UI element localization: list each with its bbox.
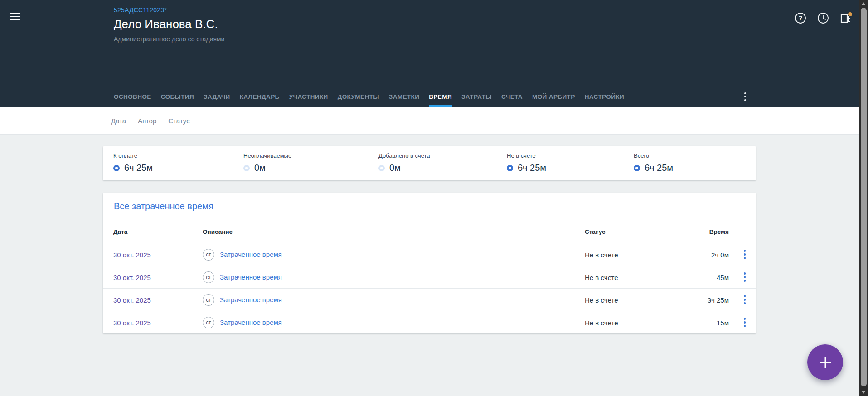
table-row: 30 окт. 2025 ст Затраченное время Не в с… [103,288,756,311]
time-entry-link[interactable]: Затраченное время [220,319,282,326]
row-kebab-menu-icon[interactable] [739,248,750,261]
tab-kalendar[interactable]: КАЛЕНДАРЬ [240,86,280,107]
summary-label: К оплате [113,152,153,159]
col-header-status: Статус [585,228,606,235]
summary-value: 0м [389,163,401,173]
summary-value: 6ч 25м [645,163,673,173]
row-date-link[interactable]: 30 окт. 2025 [113,273,151,281]
tab-zametki[interactable]: ЗАМЕТКИ [389,86,419,107]
tab-sobytiya[interactable]: СОБЫТИЯ [161,86,194,107]
radio-ring-icon[interactable] [243,165,250,171]
page-subtitle: Административное дело со стадиями [114,35,224,43]
scrollbar-down-arrow-icon[interactable] [861,391,866,394]
summary-unbillable: Неоплачиваемые 0м [243,152,291,173]
tab-scheta[interactable]: СЧЕТА [501,86,523,107]
tab-uchastniki[interactable]: УЧАСТНИКИ [289,86,328,107]
row-date-link[interactable]: 30 окт. 2025 [113,319,151,326]
time-entry-type-badge: ст [203,271,214,283]
page-title: Дело Иванова В.С. [114,17,224,31]
scrollbar-thumb[interactable] [861,8,867,386]
main-content: К оплате 6ч 25м Неоплачиваемые 0м Добавл… [0,135,868,396]
row-status: Не в счете [585,319,618,326]
case-tabs: ОСНОВНОЕ СОБЫТИЯ ЗАДАЧИ КАЛЕНДАРЬ УЧАСТН… [114,86,624,107]
radio-ring-icon[interactable] [113,165,120,171]
plus-icon [818,355,833,370]
time-entry-type-badge: ст [203,249,214,261]
table-header-row: Дата Описание Статус Время [103,220,756,243]
notification-dot [848,12,852,16]
filter-date[interactable]: Дата [111,117,126,125]
row-date-link[interactable]: 30 окт. 2025 [113,296,151,304]
row-time: 2ч 0м [711,251,729,258]
summary-to-pay: К оплате 6ч 25м [113,152,153,173]
col-header-date: Дата [113,228,127,235]
row-status: Не в счете [585,273,618,281]
tab-zadachi[interactable]: ЗАДАЧИ [204,86,230,107]
table-row: 30 окт. 2025 ст Затраченное время Не в с… [103,311,756,333]
scrollbar-up-arrow-icon[interactable] [861,2,866,5]
col-header-time: Время [709,228,729,235]
time-summary-card: К оплате 6ч 25м Неоплачиваемые 0м Добавл… [103,146,756,180]
summary-added-to-invoices: Добавлено в счета 0м [378,152,430,173]
time-log-card: Все затраченное время Дата Описание Стат… [103,193,756,333]
row-kebab-menu-icon[interactable] [739,271,750,284]
summary-label: Добавлено в счета [378,152,430,159]
menu-icon[interactable] [10,13,20,22]
case-number-link[interactable]: 525АДСС112023* [114,6,167,14]
case-title-block: 525АДСС112023* Дело Иванова В.С. Админис… [114,6,224,43]
summary-total: Всего 6ч 25м [634,152,673,173]
row-status: Не в счете [585,251,618,258]
row-kebab-menu-icon[interactable] [739,316,750,329]
filter-author[interactable]: Автор [138,117,156,125]
summary-value: 6ч 25м [124,163,153,173]
tab-osnovnoe[interactable]: ОСНОВНОЕ [114,86,151,107]
radio-ring-icon[interactable] [507,165,513,171]
summary-label: Всего [634,152,673,159]
vertical-scrollbar[interactable] [859,0,868,396]
filter-bar: Дата Автор Статус [0,107,868,135]
row-time: 15м [717,319,729,326]
help-icon[interactable]: ? [794,12,807,24]
tab-nastroyki[interactable]: НАСТРОЙКИ [585,86,624,107]
filter-status[interactable]: Статус [168,117,189,125]
summary-value: 0м [254,163,266,173]
time-entry-link[interactable]: Затраченное время [220,296,282,304]
tab-dokumenty[interactable]: ДОКУМЕНТЫ [338,86,379,107]
summary-not-in-invoice: Не в счете 6ч 25м [507,152,546,173]
summary-value: 6ч 25м [518,163,546,173]
radio-ring-icon[interactable] [634,165,640,171]
time-entry-link[interactable]: Затраченное время [220,251,282,258]
time-entry-type-badge: ст [203,317,214,328]
summary-label: Не в счете [507,152,546,159]
side-panel-notifications-icon[interactable] [839,12,852,24]
row-status: Не в счете [585,296,618,304]
tabs-overflow-kebab-icon[interactable] [740,89,751,104]
tab-zatraty[interactable]: ЗАТРАТЫ [461,86,492,107]
svg-text:?: ? [799,14,803,22]
app-header: 525АДСС112023* Дело Иванова В.С. Админис… [0,0,868,107]
history-clock-icon[interactable] [817,12,829,24]
row-kebab-menu-icon[interactable] [739,294,750,306]
table-row: 30 окт. 2025 ст Затраченное время Не в с… [103,266,756,288]
tab-moy-arbitr[interactable]: МОЙ АРБИТР [532,86,575,107]
add-time-entry-fab[interactable] [807,344,843,380]
time-entry-type-badge: ст [203,294,214,306]
header-actions: ? [794,12,852,24]
col-header-description: Описание [203,228,233,235]
table-row: 30 окт. 2025 ст Затраченное время Не в с… [103,243,756,266]
time-entry-link[interactable]: Затраченное время [220,273,282,281]
summary-label: Неоплачиваемые [243,152,291,159]
row-time: 3ч 25м [708,296,729,304]
row-date-link[interactable]: 30 окт. 2025 [113,251,151,258]
row-time: 45м [717,273,729,281]
time-log-title: Все затраченное время [114,201,213,212]
tab-vremya[interactable]: ВРЕМЯ [429,86,452,107]
radio-ring-icon[interactable] [378,165,385,171]
